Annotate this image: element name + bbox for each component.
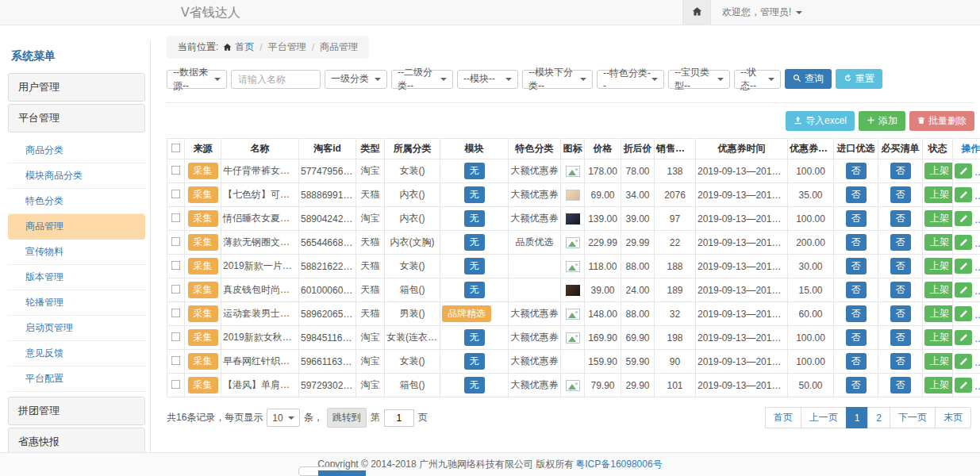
status-badge[interactable]: 上架 <box>924 163 953 179</box>
sidebar-item[interactable]: 特色分类 <box>8 189 145 214</box>
filter-module-sub-select[interactable]: --模块下分类-- <box>522 70 593 89</box>
page-button[interactable]: 上一页 <box>801 407 847 428</box>
must-buy-toggle[interactable]: 否 <box>890 305 911 322</box>
search-button[interactable]: 查询 <box>785 69 832 89</box>
row-checkbox[interactable] <box>171 236 181 246</box>
batch-delete-button[interactable]: 批量删除 <box>909 111 974 131</box>
page-button[interactable]: 下一页 <box>890 407 936 428</box>
edit-button[interactable] <box>955 211 972 226</box>
module-badge[interactable]: 无 <box>464 234 485 251</box>
row-checkbox[interactable] <box>171 260 181 270</box>
row-checkbox[interactable] <box>171 332 181 341</box>
sidebar-item[interactable]: 平台配置 <box>8 367 145 392</box>
must-buy-toggle[interactable]: 否 <box>890 163 911 179</box>
status-badge[interactable]: 上架 <box>924 305 953 322</box>
module-badge[interactable]: 无 <box>464 186 485 203</box>
module-badge[interactable]: 品牌精选 <box>442 305 491 322</box>
filter-feature-select[interactable]: --特色分类-- <box>597 70 664 89</box>
jump-button[interactable]: 跳转到 <box>327 408 367 428</box>
edit-button[interactable] <box>955 330 972 345</box>
breadcrumb-home-link[interactable]: 首页 <box>235 40 254 54</box>
sidebar-item[interactable]: 意见反馈 <box>8 341 145 367</box>
home-button[interactable] <box>682 0 711 25</box>
reset-button[interactable]: 重置 <box>836 69 882 89</box>
filter-category1-select[interactable]: 一级分类 <box>325 70 387 89</box>
sidebar-group[interactable]: 省惠快报 <box>8 428 145 452</box>
page-button[interactable]: 1 <box>846 407 869 428</box>
status-badge[interactable]: 上架 <box>924 258 953 274</box>
must-buy-toggle[interactable]: 否 <box>890 210 911 227</box>
per-page-select[interactable]: 10 <box>267 409 299 427</box>
edit-button[interactable] <box>955 235 972 250</box>
sidebar-item[interactable]: 商品分类 <box>8 138 145 163</box>
must-buy-toggle[interactable]: 否 <box>890 282 911 298</box>
icp-link[interactable]: 粤ICP备16098006号 <box>575 458 662 471</box>
status-badge[interactable]: 上架 <box>924 282 953 298</box>
module-badge[interactable]: 无 <box>464 353 485 370</box>
module-badge[interactable]: 无 <box>464 210 485 227</box>
user-menu[interactable]: 欢迎您，管理员! <box>722 6 802 19</box>
sidebar-item[interactable]: 启动页管理 <box>8 316 145 341</box>
row-checkbox[interactable] <box>171 379 181 389</box>
edit-button[interactable] <box>955 306 972 321</box>
imported-toggle[interactable]: 否 <box>846 258 867 274</box>
sidebar-item[interactable]: 宣传物料 <box>8 240 145 265</box>
must-buy-toggle[interactable]: 否 <box>890 186 911 203</box>
sidebar-item[interactable]: 版本管理 <box>8 265 145 290</box>
filter-status-select[interactable]: --状态-- <box>734 70 781 89</box>
select-all-checkbox[interactable] <box>171 143 181 152</box>
row-checkbox[interactable] <box>171 355 181 365</box>
page-button[interactable]: 首页 <box>765 407 801 428</box>
name-search-input[interactable] <box>231 70 321 89</box>
sidebar-item[interactable]: 商品管理 <box>8 214 145 240</box>
row-checkbox[interactable] <box>171 165 181 175</box>
import-excel-button[interactable]: 导入excel <box>786 111 855 131</box>
imported-toggle[interactable]: 否 <box>846 282 867 298</box>
status-badge[interactable]: 上架 <box>924 353 953 370</box>
jump-page-input[interactable] <box>384 409 414 427</box>
status-badge[interactable]: 上架 <box>924 210 953 227</box>
imported-toggle[interactable]: 否 <box>846 353 867 370</box>
edit-button[interactable] <box>955 378 972 393</box>
sidebar-group[interactable]: 拼团管理 <box>8 397 145 425</box>
imported-toggle[interactable]: 否 <box>846 305 867 322</box>
row-checkbox[interactable] <box>171 284 181 294</box>
imported-toggle[interactable]: 否 <box>846 329 867 346</box>
row-checkbox[interactable] <box>171 213 181 222</box>
status-badge[interactable]: 上架 <box>924 329 953 346</box>
filter-category2-select[interactable]: --二级分类-- <box>391 70 453 89</box>
must-buy-toggle[interactable]: 否 <box>890 329 911 346</box>
must-buy-toggle[interactable]: 否 <box>890 258 911 274</box>
sidebar-group-users[interactable]: 用户管理 <box>8 73 145 102</box>
edit-button[interactable] <box>955 282 972 298</box>
module-badge[interactable]: 无 <box>464 163 485 179</box>
imported-toggle[interactable]: 否 <box>846 234 867 251</box>
sidebar-group-platform[interactable]: 平台管理 <box>8 104 145 132</box>
filter-module-select[interactable]: --模块-- <box>457 70 518 89</box>
page-button[interactable]: 末页 <box>935 407 971 428</box>
imported-toggle[interactable]: 否 <box>846 210 867 227</box>
imported-toggle[interactable]: 否 <box>846 377 867 393</box>
status-badge[interactable]: 上架 <box>924 377 953 393</box>
status-badge[interactable]: 上架 <box>924 186 953 203</box>
must-buy-toggle[interactable]: 否 <box>890 377 911 393</box>
must-buy-toggle[interactable]: 否 <box>890 353 911 370</box>
add-button[interactable]: 添加 <box>859 111 905 131</box>
module-badge[interactable]: 无 <box>464 377 485 393</box>
row-checkbox[interactable] <box>171 308 181 317</box>
imported-toggle[interactable]: 否 <box>846 186 867 203</box>
edit-button[interactable] <box>955 259 972 274</box>
filter-source-select[interactable]: --数据来源-- <box>167 70 227 89</box>
row-checkbox[interactable] <box>171 189 181 198</box>
status-badge[interactable]: 上架 <box>924 234 953 251</box>
page-button[interactable]: 2 <box>867 407 890 428</box>
edit-button[interactable] <box>955 163 972 178</box>
sidebar-item[interactable]: 轮播管理 <box>8 290 145 316</box>
must-buy-toggle[interactable]: 否 <box>890 234 911 251</box>
sidebar-item[interactable]: 模块商品分类 <box>8 163 145 189</box>
imported-toggle[interactable]: 否 <box>846 163 867 179</box>
module-badge[interactable]: 无 <box>464 329 485 346</box>
edit-button[interactable] <box>955 354 972 369</box>
module-badge[interactable]: 无 <box>464 258 485 274</box>
edit-button[interactable] <box>955 187 972 202</box>
